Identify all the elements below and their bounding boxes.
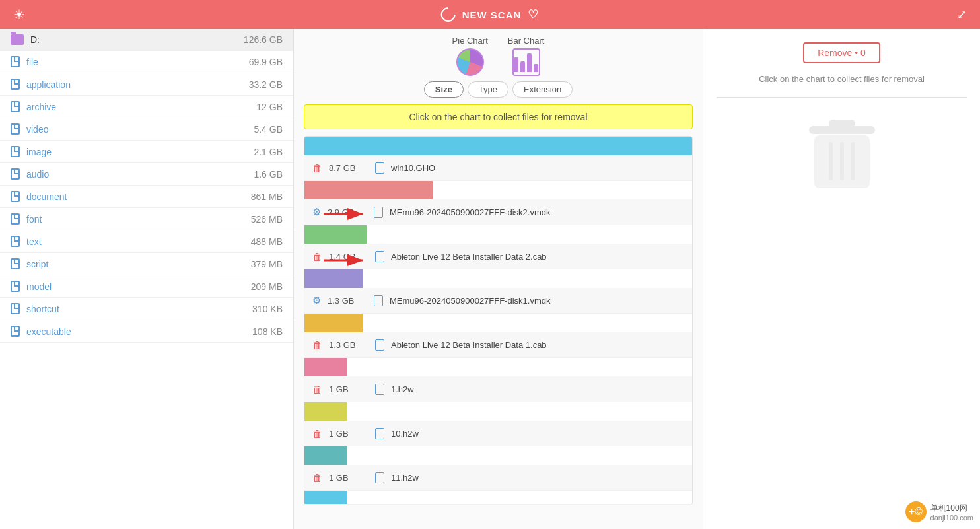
sidebar-item-D[interactable]: D: 126.6 GB — [0, 29, 293, 51]
divider — [717, 97, 967, 98]
bar-visual — [304, 491, 692, 504]
sidebar-item-executable[interactable]: executable 108 KB — [0, 320, 293, 343]
file-icon — [11, 281, 20, 292]
share-icon[interactable]: ⤢ — [957, 7, 967, 22]
bar-size: 1 GB — [329, 429, 368, 439]
file-doc-icon — [374, 295, 383, 306]
sidebar-item-size: 861 MB — [251, 192, 283, 202]
sidebar-item-size: 526 MB — [251, 214, 283, 225]
sidebar-item-shortcut[interactable]: shortcut 310 KB — [0, 298, 293, 320]
delete-icon: 🗑 — [312, 384, 322, 395]
chart-tabs: Pie Chart Bar Chart — [304, 36, 693, 76]
sidebar-item-video[interactable]: video 5.4 GB — [0, 118, 293, 141]
bar-filename: MEmu96-2024050900027FFF-disk2.vmdk — [390, 207, 551, 217]
sidebar-item-audio[interactable]: audio 1.6 GB — [0, 163, 293, 186]
bar-info: 🗑 1 GB 1.h2w — [304, 376, 692, 402]
file-doc-icon — [375, 162, 384, 174]
delete-icon: 🗑 — [312, 428, 322, 439]
sidebar-item-file[interactable]: file 69.9 GB — [0, 51, 293, 73]
app-header: ☀ NEW SCAN ♡ ⤢ — [0, 0, 980, 29]
bar-info: 🗑 1 GB 11.h2w — [304, 465, 692, 490]
sidebar-item-size: 379 MB — [251, 259, 283, 269]
bar-list-container: 🗑 8.7 GB win10.GHO ⚙ 2.9 GB M — [304, 136, 693, 522]
bar-size: 1 GB — [329, 384, 368, 394]
bar-filename: Ableton Live 12 Beta Installer Data 1.ca… — [391, 340, 547, 350]
bar-fill — [304, 181, 433, 199]
sidebar-item-size: 69.9 GB — [249, 57, 283, 67]
heart-icon[interactable]: ♡ — [528, 7, 539, 22]
bar-fill — [304, 137, 692, 155]
svg-rect-7 — [829, 142, 833, 180]
pie-chart-icon — [456, 48, 484, 76]
tab-bar-chart[interactable]: Bar Chart — [508, 36, 545, 76]
bar-filename: 1.h2w — [391, 384, 414, 394]
sidebar-item-text[interactable]: text 488 MB — [0, 230, 293, 253]
bar-info: ⚙ 1.3 GB MEmu96-2024050900027FFF-disk1.v… — [304, 288, 692, 313]
sidebar-item-label: shortcut — [26, 304, 252, 314]
bar-filename: 11.h2w — [391, 473, 419, 483]
sidebar-item-application[interactable]: application 33.2 GB — [0, 73, 293, 96]
sidebar-item-archive[interactable]: archive 12 GB — [0, 96, 293, 118]
bar-size: 1.3 GB — [329, 340, 368, 350]
bar-fill — [304, 358, 347, 376]
sidebar-item-script[interactable]: script 379 MB — [0, 253, 293, 275]
bar-fill — [304, 446, 347, 465]
bar-list[interactable]: 🗑 8.7 GB win10.GHO ⚙ 2.9 GB M — [304, 136, 693, 505]
center-panel: Pie Chart Bar Chart Size Type Extension … — [294, 29, 703, 529]
sidebar-item-model[interactable]: model 209 MB — [0, 275, 293, 298]
sidebar-item-image[interactable]: image 2.1 GB — [0, 141, 293, 163]
bar-visual — [304, 269, 692, 288]
sun-icon[interactable]: ☀ — [13, 7, 25, 22]
bar-row: 🗑 1.3 GB Ableton Live 12 Beta Installer … — [304, 314, 692, 358]
filter-tab-type[interactable]: Type — [468, 81, 508, 98]
file-doc-icon — [375, 251, 384, 262]
file-icon — [11, 56, 20, 67]
bar-row: 🗑 1 GB 11.h2w — [304, 446, 692, 491]
notice-text: Click on the chart to collect files for … — [409, 112, 588, 122]
bar-row: ⚙ 1.3 GB MEmu96-2024050900027FFF-disk1.v… — [304, 269, 692, 314]
notice-bar: Click on the chart to collect files for … — [304, 104, 693, 129]
remove-button[interactable]: Remove • 0 — [803, 42, 880, 63]
bar-chart-icon — [512, 48, 540, 76]
tab-pie-chart[interactable]: Pie Chart — [452, 36, 488, 76]
sidebar-item-label: application — [26, 79, 249, 90]
main-layout: D: 126.6 GB file 69.9 GB application 33.… — [0, 29, 980, 529]
filter-tab-extension[interactable]: Extension — [512, 81, 573, 98]
sidebar-item-label: font — [26, 214, 251, 225]
bar-visual — [304, 402, 692, 421]
file-icon — [11, 303, 20, 314]
settings-icon: ⚙ — [312, 206, 321, 218]
sidebar-item-font[interactable]: font 526 MB — [0, 208, 293, 230]
sidebar-item-size: 488 MB — [251, 236, 283, 247]
bar-size: 1.3 GB — [328, 296, 367, 306]
sidebar-item-document[interactable]: document 861 MB — [0, 186, 293, 208]
bar-visual — [304, 314, 692, 332]
sidebar-item-size: 209 MB — [251, 281, 283, 292]
sidebar-item-size: 2.1 GB — [254, 147, 283, 157]
sidebar-item-label: document — [26, 192, 251, 202]
sidebar-item-label: video — [26, 124, 254, 135]
bar-filename: win10.GHO — [391, 163, 435, 173]
bar-info: ⚙ 2.9 GB MEmu96-2024050900027FFF-disk2.v… — [304, 199, 692, 225]
bar-row: 🗑 1.4 GB Ableton Live 12 Beta Installer … — [304, 225, 692, 269]
file-icon — [11, 146, 20, 157]
bar-fill — [304, 402, 347, 421]
file-doc-icon — [374, 207, 383, 218]
bar-visual — [304, 446, 692, 465]
sidebar-item-label: file — [26, 57, 249, 67]
bar-row: 🗑 8.7 GB win10.GHO — [304, 137, 692, 181]
bar-visual — [304, 181, 692, 199]
sidebar-item-size: 33.2 GB — [249, 79, 283, 90]
bar-fill — [304, 314, 363, 332]
file-icon — [11, 168, 20, 180]
trash-icon-large — [796, 111, 888, 203]
header-title[interactable]: NEW SCAN — [462, 9, 522, 20]
bar-size: 1.4 GB — [329, 252, 368, 262]
left-panel: D: 126.6 GB file 69.9 GB application 33.… — [0, 29, 294, 529]
filter-tab-size[interactable]: Size — [424, 81, 464, 98]
bar-row: ⚙ 2.9 GB MEmu96-2024050900027FFF-disk2.v… — [304, 181, 692, 225]
sidebar-item-label: model — [26, 281, 251, 292]
bar-row — [304, 491, 692, 505]
bar-chart-label: Bar Chart — [508, 36, 545, 46]
delete-icon: 🗑 — [312, 339, 322, 351]
